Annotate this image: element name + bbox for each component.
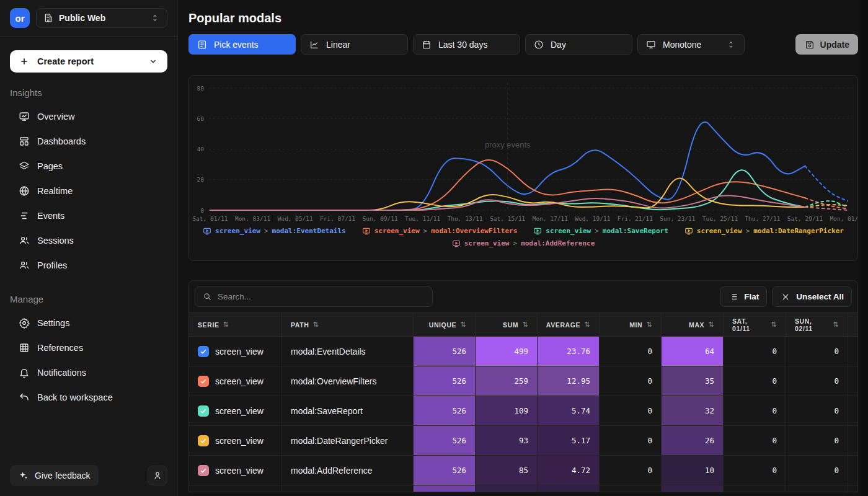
column-header-unique[interactable]: UNIQUE⇅ <box>414 312 476 337</box>
sidebar-item-dashboards[interactable]: Dashboards <box>0 129 177 154</box>
legend-entry[interactable]: screen_view>modal:DateRangerPicker <box>684 227 844 236</box>
series-checkbox[interactable] <box>198 346 209 357</box>
sidebar-item-realtime[interactable]: Realtime <box>0 179 177 203</box>
sidebar-item-label: Profiles <box>37 260 67 270</box>
partial-row-cell <box>414 485 476 492</box>
partial-row-cell <box>662 485 724 492</box>
cell-path: modal:OverviewFilters <box>282 366 414 396</box>
scrollbar-track[interactable] <box>861 0 868 496</box>
series-checkbox[interactable] <box>198 405 209 417</box>
table-toolbar: Flat Unselect All <box>189 281 857 312</box>
cell-sum: 499 <box>476 337 538 366</box>
nav-section-insights: Insights <box>0 87 177 98</box>
cell-max: 26 <box>662 426 724 456</box>
cell-sat-0111: 0 <box>724 337 786 366</box>
legend-arrow: > <box>595 227 599 236</box>
cell-sun-0211: 0 <box>786 337 848 366</box>
svg-text:0: 0 <box>200 207 204 214</box>
sidebar-item-profiles[interactable]: Profiles <box>0 253 177 278</box>
granularity-button[interactable]: Day <box>525 34 632 55</box>
series-checkbox[interactable] <box>198 435 209 446</box>
sidebar-item-notifications[interactable]: Notifications <box>0 360 177 385</box>
partial-row-cell <box>538 485 600 492</box>
column-header-overflow <box>848 312 858 337</box>
svg-text:Thu, 27/11: Thu, 27/11 <box>745 215 780 222</box>
chart-type-button[interactable]: Linear <box>301 34 408 55</box>
sidebar-item-label: Overview <box>37 112 74 122</box>
svg-text:Sat, 15/11: Sat, 15/11 <box>490 215 525 222</box>
sidebar-item-events[interactable]: Events <box>0 203 177 228</box>
controls-bar: Pick events Linear Last 30 days Day Mono… <box>188 34 858 55</box>
app-logo[interactable]: or <box>10 8 30 28</box>
svg-text:Sun, 09/11: Sun, 09/11 <box>363 215 398 222</box>
cell-path: modal:AddReference <box>282 456 414 485</box>
cell-overflow <box>848 426 858 456</box>
legend-entry[interactable]: screen_view>modal:SaveReport <box>533 227 668 236</box>
series-checkbox[interactable] <box>198 376 209 387</box>
flat-toggle-button[interactable]: Flat <box>720 286 767 307</box>
sort-icon: ⇅ <box>646 321 652 329</box>
legend-entry[interactable]: screen_view>modal:EventDetails <box>203 227 346 236</box>
legend-entry[interactable]: screen_view>modal:OverviewFilters <box>362 227 518 236</box>
column-header-serie[interactable]: SERIE⇅ <box>189 312 282 337</box>
sidebar-item-settings[interactable]: Settings <box>0 311 177 335</box>
notifications-icon <box>19 367 30 378</box>
legend-arrow: > <box>746 227 750 236</box>
workspace-selector[interactable]: Public Web <box>36 8 167 28</box>
sidebar-item-references[interactable]: References <box>0 335 177 360</box>
create-report-button[interactable]: Create report <box>10 50 167 73</box>
column-header-max[interactable]: MAX⇅ <box>662 312 724 337</box>
line-chart[interactable]: 020406080proxy eventsSat, 01/11Mon, 03/1… <box>189 76 857 224</box>
svg-text:Sun, 23/11: Sun, 23/11 <box>660 215 695 222</box>
date-range-label: Last 30 days <box>438 40 512 50</box>
sort-icon: ⇅ <box>312 321 319 329</box>
cell-sun-0211: 0 <box>786 396 848 426</box>
column-header-sat-0111[interactable]: SAT, 01/11⇅ <box>724 312 786 337</box>
sidebar-item-pages[interactable]: Pages <box>0 154 177 179</box>
series-checkbox[interactable] <box>198 465 209 476</box>
column-header-path[interactable]: PATH⇅ <box>282 312 414 337</box>
user-menu-button[interactable] <box>148 466 167 485</box>
cell-max: 35 <box>662 366 724 396</box>
chevron-down-icon <box>148 56 159 67</box>
organization-icon <box>43 12 54 24</box>
sidebar-item-back-to-workspace[interactable]: Back to workspace <box>0 385 177 410</box>
svg-text:40: 40 <box>197 146 205 153</box>
column-header-sum[interactable]: SUM⇅ <box>476 312 538 337</box>
column-header-sun-0211[interactable]: SUN, 02/11⇅ <box>786 312 848 337</box>
search-input[interactable] <box>218 292 426 301</box>
svg-text:Fri, 21/11: Fri, 21/11 <box>618 215 653 222</box>
cell-overflow <box>848 337 858 366</box>
svg-text:60: 60 <box>197 115 205 122</box>
column-header-min[interactable]: MIN⇅ <box>600 312 662 337</box>
chart-legend-row-1: screen_view>modal:EventDetailsscreen_vie… <box>189 227 857 236</box>
partial-row-cell <box>189 485 282 492</box>
svg-text:Sat, 01/11: Sat, 01/11 <box>192 215 228 222</box>
user-icon <box>152 470 163 481</box>
unselect-all-button[interactable]: Unselect All <box>772 286 852 307</box>
partial-row-cell <box>724 485 786 492</box>
cell-min: 0 <box>600 426 662 456</box>
pick-events-button[interactable]: Pick events <box>188 34 296 55</box>
sidebar-item-sessions[interactable]: Sessions <box>0 228 177 253</box>
search-box <box>195 286 433 307</box>
legend-entry[interactable]: screen_view>modal:AddReference <box>452 239 595 248</box>
line-chart-icon <box>309 39 320 50</box>
date-range-button[interactable]: Last 30 days <box>413 34 520 55</box>
column-header-average[interactable]: AVERAGE⇅ <box>538 312 600 337</box>
sidebar-item-label: Notifications <box>37 368 86 378</box>
interpolation-select[interactable]: Monotone <box>637 34 745 55</box>
legend-path: modal:EventDetails <box>272 227 346 236</box>
cell-unique: 526 <box>414 366 476 396</box>
screen-view-icon <box>203 227 211 236</box>
update-button[interactable]: Update <box>795 34 858 55</box>
sidebar-item-overview[interactable]: Overview <box>0 104 177 129</box>
legend-path: modal:AddReference <box>521 239 595 248</box>
monitor-icon <box>645 39 657 50</box>
give-feedback-button[interactable]: Give feedback <box>10 465 99 486</box>
sort-icon: ⇅ <box>771 321 777 329</box>
cell-min: 0 <box>600 366 662 396</box>
svg-text:Thu, 13/11: Thu, 13/11 <box>448 215 483 222</box>
svg-text:Mon, 17/11: Mon, 17/11 <box>533 215 568 222</box>
events-icon <box>19 210 30 221</box>
